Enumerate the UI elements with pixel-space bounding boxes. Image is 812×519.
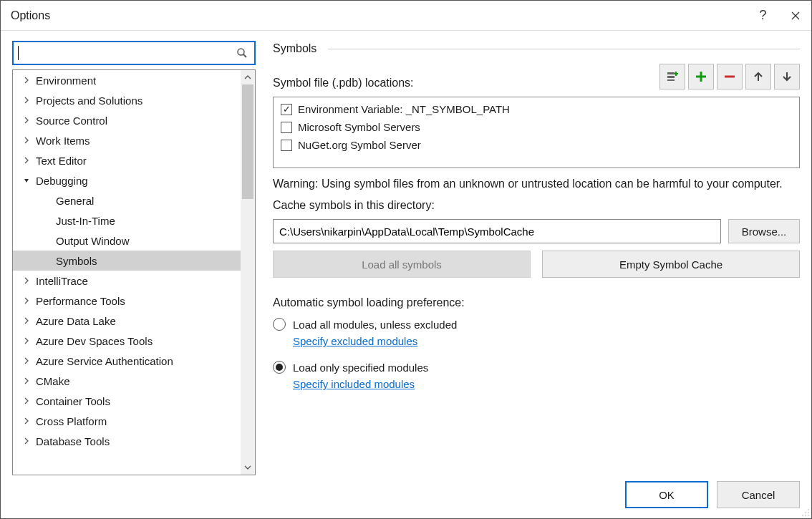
close-icon [791,11,800,20]
detail-panel: Symbols Symbol file (.pdb) locations: [273,41,800,475]
locations-list[interactable]: Environment Variable: _NT_SYMBOL_PATHMic… [273,97,800,168]
tree-item-azure-service-authentication[interactable]: Azure Service Authentication [13,351,241,371]
divider [328,49,800,49]
options-tree: EnvironmentProjects and SolutionsSource … [12,69,256,475]
tree-item-symbols[interactable]: Symbols [13,251,241,271]
chevron-right-icon[interactable] [21,336,32,346]
cache-label: Cache symbols in this directory: [273,199,800,212]
radio-load-specified[interactable] [273,361,286,374]
chevron-right-icon[interactable] [21,316,32,326]
location-item[interactable]: Environment Variable: _NT_SYMBOL_PATH [281,103,792,115]
tree-item-work-items[interactable]: Work Items [13,130,241,150]
plus-icon [695,70,707,83]
search-input[interactable] [14,42,234,64]
tree-item-projects-and-solutions[interactable]: Projects and Solutions [13,90,241,110]
search-box[interactable] [12,41,256,65]
chevron-right-icon[interactable] [21,155,32,165]
svg-rect-2 [667,72,675,74]
svg-rect-4 [667,79,675,81]
cache-directory-input[interactable] [273,219,721,243]
scroll-track[interactable] [241,84,255,460]
tree-item-just-in-time[interactable]: Just-In-Time [13,210,241,231]
scroll-thumb[interactable] [242,84,253,199]
tree-item-label: Work Items [36,135,90,147]
chevron-right-icon[interactable] [21,376,32,386]
chevron-down-icon[interactable] [21,175,32,185]
tree-item-label: Symbols [56,255,97,267]
tree-scrollbar[interactable] [241,70,255,475]
resize-grip-icon[interactable] [800,507,810,517]
chevron-right-icon[interactable] [21,436,32,446]
arrow-down-icon [780,70,793,83]
tree-item-cross-platform[interactable]: Cross Platform [13,411,241,431]
location-label: Environment Variable: _NT_SYMBOL_PATH [298,103,510,115]
empty-symbol-cache-button[interactable]: Empty Symbol Cache [542,251,800,278]
tree-item-container-tools[interactable]: Container Tools [13,391,241,411]
chevron-right-icon[interactable] [21,135,32,145]
titlebar: Options ? [1,1,811,31]
tree-item-text-editor[interactable]: Text Editor [13,150,241,170]
add-button[interactable] [688,64,714,89]
remove-button[interactable] [717,64,743,89]
tree-item-label: General [56,195,94,207]
chevron-right-icon[interactable] [21,396,32,406]
location-checkbox[interactable] [281,104,292,115]
new-location-button[interactable] [659,64,685,89]
svg-point-6 [805,512,806,513]
chevron-right-icon[interactable] [21,75,32,85]
tree-item-label: Source Control [36,115,107,127]
left-panel: EnvironmentProjects and SolutionsSource … [12,41,256,475]
specify-included-link[interactable]: Specify included modules [293,374,800,395]
scroll-up-arrow-icon[interactable] [241,70,255,84]
svg-rect-3 [667,76,675,78]
location-label: Microsoft Symbol Servers [298,121,420,133]
move-down-button[interactable] [774,64,800,89]
locations-label: Symbol file (.pdb) locations: [273,77,652,89]
tree-item-debugging[interactable]: Debugging [13,170,241,190]
chevron-right-icon[interactable] [21,356,32,366]
tree-item-output-window[interactable]: Output Window [13,231,241,251]
cancel-button[interactable]: Cancel [717,481,800,508]
close-button[interactable] [779,1,811,30]
radio-load-specified-label: Load only specified modules [293,362,428,374]
tree-item-label: IntelliTrace [36,275,88,287]
minus-icon [723,70,736,83]
tree-item-label: Output Window [56,235,130,247]
load-all-symbols-button[interactable]: Load all symbols [273,251,531,278]
window-title: Options [11,9,50,22]
chevron-right-icon[interactable] [21,95,32,105]
specify-excluded-link[interactable]: Specify excluded modules [293,331,800,352]
search-icon [234,45,250,61]
scroll-down-arrow-icon[interactable] [241,460,255,475]
tree-item-environment[interactable]: Environment [13,70,241,90]
preference-label: Automatic symbol loading preference: [273,296,800,309]
ok-button[interactable]: OK [625,481,708,508]
move-up-button[interactable] [745,64,771,89]
location-label: NuGet.org Symbol Server [298,139,421,151]
tree-item-label: Debugging [36,175,88,187]
tree-item-azure-data-lake[interactable]: Azure Data Lake [13,311,241,331]
help-button[interactable]: ? [747,1,779,30]
location-checkbox[interactable] [281,140,292,151]
chevron-right-icon[interactable] [21,276,32,286]
chevron-right-icon[interactable] [21,296,32,306]
tree-item-general[interactable]: General [13,190,241,210]
location-item[interactable]: Microsoft Symbol Servers [281,121,792,133]
tree-item-performance-tools[interactable]: Performance Tools [13,291,241,311]
tree-item-label: Azure Dev Spaces Tools [36,335,153,347]
chevron-right-icon[interactable] [21,115,32,125]
tree-item-azure-dev-spaces-tools[interactable]: Azure Dev Spaces Tools [13,331,241,351]
tree-item-source-control[interactable]: Source Control [13,110,241,130]
tree-item-intellitrace[interactable]: IntelliTrace [13,271,241,291]
location-checkbox[interactable] [281,122,292,133]
browse-button[interactable]: Browse... [728,219,800,243]
radio-load-all[interactable] [273,318,286,331]
tree-item-label: Just-In-Time [56,215,115,227]
tree-item-database-tools[interactable]: Database Tools [13,431,241,451]
svg-point-5 [808,509,809,510]
arrow-up-icon [752,70,765,83]
chevron-right-icon[interactable] [21,416,32,426]
svg-point-0 [238,49,244,55]
location-item[interactable]: NuGet.org Symbol Server [281,139,792,151]
tree-item-cmake[interactable]: CMake [13,371,241,391]
